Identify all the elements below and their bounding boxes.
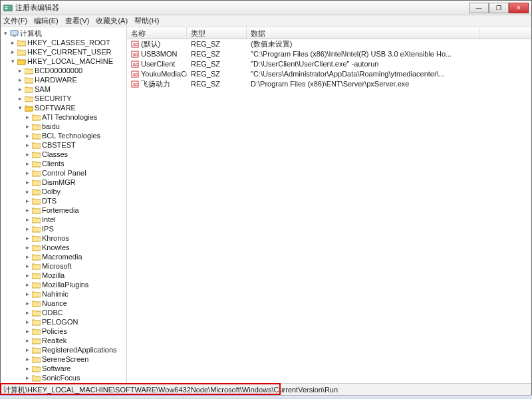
column-headers[interactable]: 名称 类型 数据 [127,27,531,39]
expander-icon[interactable]: ▸ [24,243,31,252]
expander-icon[interactable]: ▾ [2,29,9,38]
tree-node[interactable]: ▸Mozilla [2,271,126,280]
tree-node[interactable]: ▸Khronos [2,233,126,243]
expander-icon[interactable]: ▸ [17,75,23,84]
close-button[interactable]: ✕ [509,3,529,13]
expander-icon[interactable]: ▸ [24,261,31,271]
expander-icon[interactable]: ▸ [24,289,31,299]
expander-icon[interactable]: ▸ [17,66,23,75]
tree-pane[interactable]: ▾计算机▸HKEY_CLASSES_ROOT▸HKEY_CURRENT_USER… [1,27,127,383]
tree-node[interactable]: ▸PELOGON [2,317,126,327]
tree-node[interactable]: ▾HKEY_LOCAL_MACHINE [2,57,126,66]
tree-node[interactable]: ▸Nahimic [2,289,126,299]
expander-icon[interactable]: ▸ [17,94,23,103]
tree-node[interactable]: ▸HKEY_CLASSES_ROOT [2,38,126,47]
col-type[interactable]: 类型 [187,27,247,39]
expander-icon[interactable]: ▸ [17,84,23,94]
tree-node[interactable]: ▸HKEY_CURRENT_USER [2,47,126,57]
expander-icon[interactable]: ▸ [24,224,31,233]
tree-node[interactable]: ▸IPS [2,224,126,233]
tree-node[interactable]: ▸Realtek [2,336,126,345]
tree-node[interactable]: ▸BCD00000000 [2,66,126,75]
tree-label: RegisteredApplications [42,345,117,354]
tree-node[interactable]: ▸Dolby [2,187,126,196]
values-list[interactable]: ab(默认)REG_SZ(数值未设置)abUSB3MONREG_SZ"C:\Pr… [127,39,531,383]
tree-node[interactable]: ▸BCL Technologies [2,131,126,140]
expander-icon[interactable]: ▸ [24,252,31,261]
expander-icon[interactable]: ▸ [24,168,31,178]
expander-icon[interactable]: ▸ [24,122,31,131]
taskbar[interactable] [0,395,532,399]
expander-icon[interactable]: ▸ [24,178,31,187]
expander-icon[interactable]: ▾ [9,57,16,66]
expander-icon[interactable]: ▸ [24,345,31,354]
tree-node[interactable]: ▸SereneScreen [2,354,126,364]
value-row[interactable]: ab(默认)REG_SZ(数值未设置) [127,39,531,49]
value-row[interactable]: abUSB3MONREG_SZ"C:\Program Files (x86)\I… [127,49,531,59]
tree-node[interactable]: ▸Fortemedia [2,205,126,215]
tree-node[interactable]: ▸Clients [2,159,126,168]
expander-icon[interactable]: ▾ [17,103,23,112]
value-row[interactable]: abYoukuMediaCenterREG_SZ"C:\Users\Admini… [127,69,531,79]
expander-icon[interactable]: ▸ [24,354,31,364]
tree-label: baidu [42,122,60,131]
tree-node[interactable]: ▸SonicFocus [2,373,126,382]
minimize-button[interactable]: — [469,3,489,13]
tree-node[interactable]: ▸SECURITY [2,94,126,103]
expander-icon[interactable]: ▸ [24,308,31,317]
expander-icon[interactable]: ▸ [24,159,31,168]
expander-icon[interactable]: ▸ [24,299,31,308]
expander-icon[interactable]: ▸ [24,327,31,336]
tree-node[interactable]: ▸Classes [2,150,126,159]
expander-icon[interactable]: ▸ [24,317,31,327]
maximize-button[interactable]: ❐ [489,3,509,13]
expander-icon[interactable]: ▸ [24,112,31,122]
tree-node[interactable]: ▸ATI Technologies [2,112,126,122]
col-data[interactable]: 数据 [247,27,479,39]
value-row[interactable]: abUserClientREG_SZ"D:\UserClient\UserCli… [127,59,531,69]
tree-node[interactable]: ▸RegisteredApplications [2,345,126,354]
tree-node[interactable]: ▸MozillaPlugins [2,280,126,289]
menu-edit[interactable]: 编辑(E) [34,16,59,26]
tree-node[interactable]: ▸Knowles [2,243,126,252]
expander-icon[interactable]: ▸ [24,187,31,196]
tree-node[interactable]: ▸Intel [2,215,126,224]
expander-icon[interactable]: ▸ [24,215,31,224]
titlebar[interactable]: 注册表编辑器 — ❐ ✕ [1,1,531,15]
expander-icon[interactable]: ▸ [24,364,31,373]
tree-node[interactable]: ▾计算机 [2,29,126,38]
expander-icon[interactable]: ▸ [24,233,31,243]
expander-icon[interactable]: ▸ [24,205,31,215]
tree-node[interactable]: ▸Policies [2,327,126,336]
expander-icon[interactable]: ▸ [24,271,31,280]
menu-favorites[interactable]: 收藏夹(A) [96,16,128,26]
expander-icon[interactable]: ▸ [24,196,31,205]
expander-icon[interactable]: ▸ [24,150,31,159]
tree-node[interactable]: ▾SOFTWARE [2,103,126,112]
tree-node[interactable]: ▸CBSTEST [2,140,126,150]
tree-node[interactable]: ▸ODBC [2,308,126,317]
expander-icon[interactable]: ▸ [24,373,31,382]
tree-node[interactable]: ▸Control Panel [2,168,126,178]
menu-help[interactable]: 帮助(H) [134,16,159,26]
tree-node[interactable]: ▸HARDWARE [2,75,126,84]
menu-view[interactable]: 查看(V) [65,16,90,26]
col-name[interactable]: 名称 [127,27,187,39]
tree-node[interactable]: ▸Macromedia [2,252,126,261]
tree-node[interactable]: ▸SAM [2,84,126,94]
value-row[interactable]: ab飞扬动力REG_SZD:\Program Files (x86)\ENT\S… [127,79,531,89]
value-data: "D:\UserClient\UserClient.exe" -autorun [247,59,479,69]
menu-file[interactable]: 文件(F) [3,16,27,26]
expander-icon[interactable]: ▸ [9,38,16,47]
expander-icon[interactable]: ▸ [9,47,16,57]
tree-node[interactable]: ▸DTS [2,196,126,205]
tree-node[interactable]: ▸DismMGR [2,178,126,187]
tree-node[interactable]: ▸Microsoft [2,261,126,271]
expander-icon[interactable]: ▸ [24,140,31,150]
tree-node[interactable]: ▸Nuance [2,299,126,308]
expander-icon[interactable]: ▸ [24,336,31,345]
tree-node[interactable]: ▸Software [2,364,126,373]
expander-icon[interactable]: ▸ [24,131,31,140]
tree-node[interactable]: ▸baidu [2,122,126,131]
expander-icon[interactable]: ▸ [24,280,31,289]
